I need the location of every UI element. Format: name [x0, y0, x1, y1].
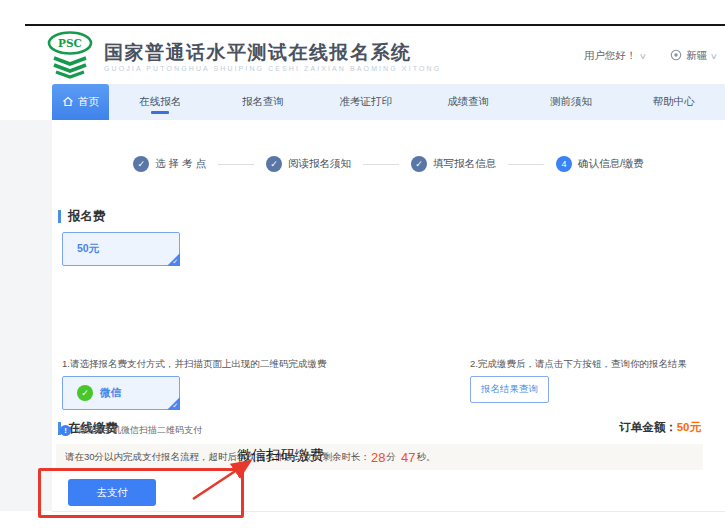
- selected-check-icon: ✓: [172, 402, 178, 410]
- step-connector: [363, 164, 399, 165]
- order-amount-value: 50元: [677, 421, 701, 433]
- chevron-down-icon: ∨: [710, 52, 718, 61]
- site-title: 国家普通话水平测试在线报名系统: [104, 41, 441, 63]
- location-pin-icon: [670, 49, 682, 63]
- fee-amount-label: 50元: [77, 242, 99, 256]
- fee-title-label: 报名费: [68, 208, 106, 225]
- annotation-label: 微信扫码缴费: [237, 446, 324, 465]
- step-connector: [218, 164, 254, 165]
- payment-timer-notice: 请在30分以内完成支付报名流程，超时后本次报名作废，支付剩余时长： 28 分 4…: [56, 444, 703, 470]
- step-done-check-icon: ✓: [411, 156, 427, 172]
- nav-label: 报名查询: [242, 95, 284, 109]
- wechat-scan-hint: ! 请使用手机微信扫描二维码支付: [60, 424, 202, 437]
- order-amount: 订单金额：50元: [619, 420, 701, 435]
- fee-section-title: 报名费: [58, 208, 106, 225]
- header: PSC 国家普通话水平测试在线报名系统 GUOJIA PUTONGHUA SHU…: [45, 29, 717, 83]
- wechat-scan-hint-text: 请使用手机微信扫描二维码支付: [76, 424, 202, 437]
- left-gutter: [0, 120, 52, 511]
- step-fill-info: ✓ 填写报名信息: [411, 156, 496, 172]
- site-subtitle: GUOJIA PUTONGHUA SHUIPING CESHI ZAIXIAN …: [104, 65, 441, 72]
- main-content: ✓ 选 择 考 点 ✓ 阅读报名须知 ✓ 填写报名信息 4 确认信息/缴费 报名…: [52, 120, 725, 512]
- timer-prefix: 请在30分以内完成支付报名流程，超时后本次报名作废，支付剩余时长：: [65, 451, 370, 464]
- page: PSC 国家普通话水平测试在线报名系统 GUOJIA PUTONGHUA SHU…: [0, 0, 725, 529]
- step-confirm-pay: 4 确认信息/缴费: [556, 156, 644, 172]
- header-right: 用户您好！ ∨ 新疆 ∨: [584, 49, 717, 63]
- nav-item-score-query[interactable]: 成绩查询: [417, 84, 520, 120]
- step-label: 选 择 考 点: [155, 157, 206, 171]
- step-number-badge: 4: [556, 156, 572, 172]
- nav-item-admission-ticket-print[interactable]: 准考证打印: [314, 84, 417, 120]
- svg-text:PSC: PSC: [58, 37, 82, 49]
- wechat-payment-option[interactable]: ✓ 微信 ✓: [62, 376, 180, 410]
- payment-step2-note: 2.完成缴费后，请点击下方按钮，查询你的报名结果: [470, 358, 687, 371]
- wechat-label: 微信: [100, 386, 121, 400]
- user-greeting: 用户您好！: [584, 49, 637, 63]
- timer-minutes-unit: 分: [387, 451, 397, 464]
- info-icon: !: [60, 425, 71, 436]
- registration-result-query-button[interactable]: 报名结果查询: [470, 376, 549, 403]
- order-amount-label: 订单金额：: [619, 421, 677, 433]
- step-read-notice: ✓ 阅读报名须知: [266, 156, 351, 172]
- user-menu[interactable]: 用户您好！ ∨: [584, 49, 646, 63]
- psc-logo-icon: PSC: [45, 31, 97, 81]
- nav-label: 在线报名: [139, 95, 181, 109]
- step-label: 阅读报名须知: [288, 157, 351, 171]
- main-nav: 首页 在线报名 报名查询 准考证打印 成绩查询 测前须知 帮助中心: [52, 84, 725, 120]
- step-done-check-icon: ✓: [266, 156, 282, 172]
- title-accent-bar: [58, 210, 61, 223]
- home-icon: [62, 96, 74, 109]
- wechat-icon: ✓: [77, 385, 93, 401]
- region-selector[interactable]: 新疆 ∨: [670, 49, 717, 63]
- result-button-label: 报名结果查询: [481, 383, 538, 396]
- step-done-check-icon: ✓: [133, 156, 149, 172]
- nav-label: 成绩查询: [447, 95, 489, 109]
- chevron-down-icon: ∨: [639, 52, 647, 61]
- nav-item-online-registration[interactable]: 在线报名: [109, 84, 212, 120]
- nav-label: 准考证打印: [339, 95, 392, 109]
- nav-home-label: 首页: [78, 95, 99, 109]
- step-indicator: ✓ 选 择 考 点 ✓ 阅读报名须知 ✓ 填写报名信息 4 确认信息/缴费: [52, 156, 725, 172]
- fee-amount-option[interactable]: 50元 ✓: [62, 232, 180, 266]
- nav-item-help-center[interactable]: 帮助中心: [622, 84, 725, 120]
- payment-step1-note: 1.请选择报名费支付方式，并扫描页面上出现的二维码完成缴费: [62, 358, 326, 371]
- selected-check-icon: ✓: [172, 258, 178, 266]
- timer-seconds-unit: 秒。: [417, 451, 436, 464]
- nav-label: 帮助中心: [653, 95, 695, 109]
- active-tab-underline: [151, 111, 169, 114]
- region-label: 新疆: [686, 49, 707, 63]
- nav-label: 测前须知: [550, 95, 592, 109]
- step-label: 填写报名信息: [433, 157, 496, 171]
- go-to-pay-button[interactable]: 去支付: [68, 479, 156, 506]
- step-label: 确认信息/缴费: [578, 157, 644, 171]
- timer-minutes: 28: [371, 450, 385, 465]
- site-title-block: 国家普通话水平测试在线报名系统 GUOJIA PUTONGHUA SHUIPIN…: [104, 41, 441, 72]
- step-select-site: ✓ 选 择 考 点: [133, 156, 206, 172]
- timer-seconds: 47: [401, 450, 415, 465]
- step-connector: [508, 164, 544, 165]
- nav-item-home[interactable]: 首页: [52, 84, 109, 120]
- nav-item-registration-query[interactable]: 报名查询: [212, 84, 315, 120]
- top-divider: [25, 24, 725, 26]
- nav-item-pretest-notice[interactable]: 测前须知: [520, 84, 623, 120]
